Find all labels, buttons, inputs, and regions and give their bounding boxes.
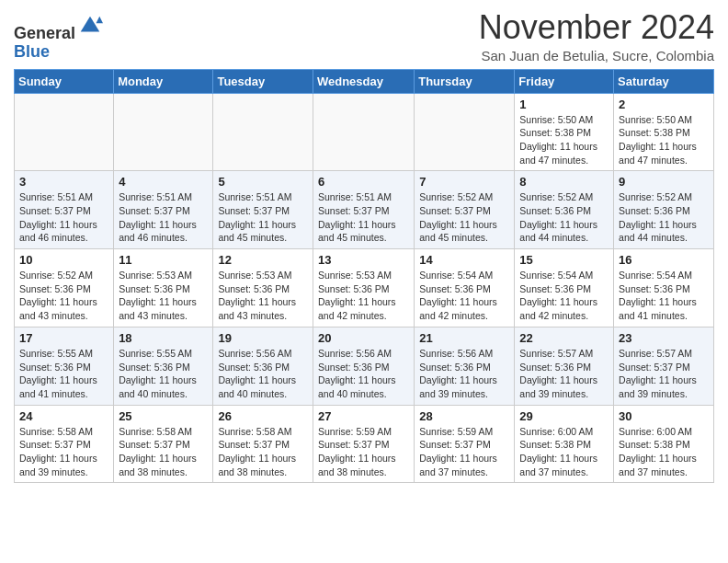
calendar-cell: 4Sunrise: 5:51 AM Sunset: 5:37 PM Daylig… (114, 171, 213, 249)
day-number: 27 (318, 409, 409, 423)
calendar-cell: 7Sunrise: 5:52 AM Sunset: 5:37 PM Daylig… (415, 171, 515, 249)
day-number: 28 (419, 409, 509, 423)
day-number: 24 (19, 409, 108, 423)
day-info: Sunrise: 5:54 AM Sunset: 5:36 PM Dayligh… (619, 269, 709, 323)
day-number: 25 (119, 409, 208, 423)
day-number: 15 (519, 253, 609, 267)
week-row-1: 1Sunrise: 5:50 AM Sunset: 5:38 PM Daylig… (15, 93, 714, 171)
calendar-cell: 23Sunrise: 5:57 AM Sunset: 5:37 PM Dayli… (614, 327, 714, 405)
calendar-cell: 26Sunrise: 5:58 AM Sunset: 5:37 PM Dayli… (213, 405, 313, 483)
day-info: Sunrise: 5:51 AM Sunset: 5:37 PM Dayligh… (318, 190, 409, 245)
logo-icon (77, 13, 103, 39)
week-row-2: 3Sunrise: 5:51 AM Sunset: 5:37 PM Daylig… (15, 171, 714, 249)
week-row-3: 10Sunrise: 5:52 AM Sunset: 5:36 PM Dayli… (15, 249, 714, 327)
day-number: 8 (519, 175, 609, 189)
day-info: Sunrise: 5:53 AM Sunset: 5:36 PM Dayligh… (218, 269, 308, 323)
week-row-5: 24Sunrise: 5:58 AM Sunset: 5:37 PM Dayli… (15, 405, 714, 483)
day-number: 9 (619, 175, 709, 189)
day-info: Sunrise: 5:52 AM Sunset: 5:37 PM Dayligh… (419, 190, 509, 245)
day-header-thursday: Thursday (415, 69, 515, 93)
day-info: Sunrise: 5:54 AM Sunset: 5:36 PM Dayligh… (419, 269, 509, 323)
calendar-cell: 1Sunrise: 5:50 AM Sunset: 5:38 PM Daylig… (515, 93, 614, 171)
calendar-cell: 27Sunrise: 5:59 AM Sunset: 5:37 PM Dayli… (313, 405, 414, 483)
calendar-cell: 12Sunrise: 5:53 AM Sunset: 5:36 PM Dayli… (213, 249, 313, 327)
day-info: Sunrise: 5:57 AM Sunset: 5:36 PM Dayligh… (519, 347, 609, 401)
svg-marker-1 (97, 17, 103, 23)
day-number: 7 (419, 175, 509, 189)
calendar-cell: 14Sunrise: 5:54 AM Sunset: 5:36 PM Dayli… (415, 249, 515, 327)
week-row-4: 17Sunrise: 5:55 AM Sunset: 5:36 PM Dayli… (15, 327, 714, 405)
calendar-cell (15, 93, 114, 171)
day-number: 4 (119, 175, 208, 189)
day-number: 3 (19, 175, 108, 189)
page-header: General Blue November 2024 San Juan de B… (14, 9, 714, 63)
day-header-monday: Monday (114, 69, 213, 93)
day-header-wednesday: Wednesday (313, 69, 414, 93)
day-info: Sunrise: 5:53 AM Sunset: 5:36 PM Dayligh… (318, 269, 409, 323)
logo: General Blue (14, 13, 103, 62)
calendar-cell: 30Sunrise: 6:00 AM Sunset: 5:38 PM Dayli… (614, 405, 714, 483)
calendar-table: SundayMondayTuesdayWednesdayThursdayFrid… (14, 69, 714, 484)
title-block: November 2024 San Juan de Betulia, Sucre… (479, 9, 714, 63)
calendar-cell: 20Sunrise: 5:56 AM Sunset: 5:36 PM Dayli… (313, 327, 414, 405)
day-info: Sunrise: 5:52 AM Sunset: 5:36 PM Dayligh… (519, 190, 609, 245)
calendar-cell: 5Sunrise: 5:51 AM Sunset: 5:37 PM Daylig… (213, 171, 313, 249)
day-number: 11 (119, 253, 208, 267)
day-info: Sunrise: 5:52 AM Sunset: 5:36 PM Dayligh… (619, 190, 709, 245)
day-number: 19 (218, 331, 308, 345)
calendar-cell (213, 93, 313, 171)
calendar-cell (415, 93, 515, 171)
day-info: Sunrise: 5:56 AM Sunset: 5:36 PM Dayligh… (419, 347, 509, 401)
calendar-cell: 3Sunrise: 5:51 AM Sunset: 5:37 PM Daylig… (15, 171, 114, 249)
day-number: 10 (19, 253, 108, 267)
day-info: Sunrise: 6:00 AM Sunset: 5:38 PM Dayligh… (519, 425, 609, 479)
day-info: Sunrise: 5:50 AM Sunset: 5:38 PM Dayligh… (519, 113, 609, 167)
day-info: Sunrise: 5:51 AM Sunset: 5:37 PM Dayligh… (218, 190, 308, 245)
calendar-cell: 8Sunrise: 5:52 AM Sunset: 5:36 PM Daylig… (515, 171, 614, 249)
calendar-cell: 28Sunrise: 5:59 AM Sunset: 5:37 PM Dayli… (415, 405, 515, 483)
day-header-saturday: Saturday (614, 69, 714, 93)
day-number: 23 (619, 331, 709, 345)
calendar-cell: 2Sunrise: 5:50 AM Sunset: 5:38 PM Daylig… (614, 93, 714, 171)
day-info: Sunrise: 5:54 AM Sunset: 5:36 PM Dayligh… (519, 269, 609, 323)
day-info: Sunrise: 5:55 AM Sunset: 5:36 PM Dayligh… (119, 347, 208, 401)
calendar-cell: 21Sunrise: 5:56 AM Sunset: 5:36 PM Dayli… (415, 327, 515, 405)
day-number: 29 (519, 409, 609, 423)
day-header-tuesday: Tuesday (213, 69, 313, 93)
day-number: 2 (619, 98, 709, 111)
day-info: Sunrise: 6:00 AM Sunset: 5:38 PM Dayligh… (619, 425, 709, 479)
day-info: Sunrise: 5:57 AM Sunset: 5:37 PM Dayligh… (619, 347, 709, 401)
day-info: Sunrise: 5:56 AM Sunset: 5:36 PM Dayligh… (318, 347, 409, 401)
calendar-cell: 19Sunrise: 5:56 AM Sunset: 5:36 PM Dayli… (213, 327, 313, 405)
day-info: Sunrise: 5:51 AM Sunset: 5:37 PM Dayligh… (19, 190, 108, 245)
day-number: 14 (419, 253, 509, 267)
day-info: Sunrise: 5:58 AM Sunset: 5:37 PM Dayligh… (19, 425, 108, 479)
day-info: Sunrise: 5:55 AM Sunset: 5:36 PM Dayligh… (19, 347, 108, 401)
day-info: Sunrise: 5:59 AM Sunset: 5:37 PM Dayligh… (318, 425, 409, 479)
calendar-cell (114, 93, 213, 171)
day-number: 20 (318, 331, 409, 345)
day-number: 6 (318, 175, 409, 189)
calendar-cell (313, 93, 414, 171)
svg-marker-0 (81, 17, 100, 32)
calendar-cell: 18Sunrise: 5:55 AM Sunset: 5:36 PM Dayli… (114, 327, 213, 405)
calendar-cell: 16Sunrise: 5:54 AM Sunset: 5:36 PM Dayli… (614, 249, 714, 327)
day-number: 30 (619, 409, 709, 423)
calendar-cell: 25Sunrise: 5:58 AM Sunset: 5:37 PM Dayli… (114, 405, 213, 483)
logo-general: General (14, 24, 75, 42)
calendar-cell: 11Sunrise: 5:53 AM Sunset: 5:36 PM Dayli… (114, 249, 213, 327)
day-info: Sunrise: 5:53 AM Sunset: 5:36 PM Dayligh… (119, 269, 208, 323)
day-number: 21 (419, 331, 509, 345)
day-number: 5 (218, 175, 308, 189)
calendar-cell: 6Sunrise: 5:51 AM Sunset: 5:37 PM Daylig… (313, 171, 414, 249)
day-header-sunday: Sunday (15, 69, 114, 93)
calendar-header: SundayMondayTuesdayWednesdayThursdayFrid… (15, 69, 714, 93)
day-header-friday: Friday (515, 69, 614, 93)
calendar-cell: 24Sunrise: 5:58 AM Sunset: 5:37 PM Dayli… (15, 405, 114, 483)
calendar-cell: 22Sunrise: 5:57 AM Sunset: 5:36 PM Dayli… (515, 327, 614, 405)
day-info: Sunrise: 5:58 AM Sunset: 5:37 PM Dayligh… (218, 425, 308, 479)
calendar-cell: 15Sunrise: 5:54 AM Sunset: 5:36 PM Dayli… (515, 249, 614, 327)
day-number: 18 (119, 331, 208, 345)
day-number: 1 (519, 98, 609, 111)
calendar-cell: 10Sunrise: 5:52 AM Sunset: 5:36 PM Dayli… (15, 249, 114, 327)
